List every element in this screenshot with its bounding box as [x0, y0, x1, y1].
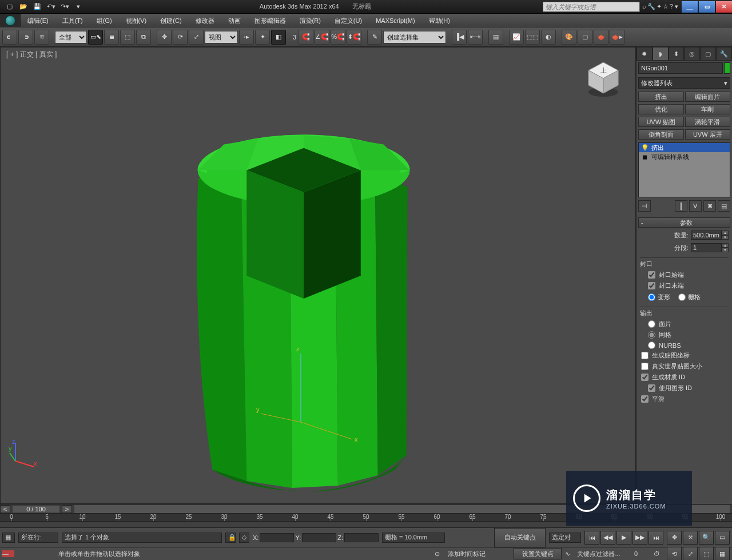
time-config-icon[interactable]: ⏱: [654, 550, 663, 557]
btn-turbosmooth[interactable]: 涡轮平滑: [685, 117, 731, 127]
menu-rendering[interactable]: 渲染(R): [293, 14, 328, 27]
menu-edit[interactable]: 编辑(E): [21, 14, 55, 27]
segments-spinner[interactable]: ▲▼: [722, 243, 729, 252]
zoom-extents-icon[interactable]: ⤢: [683, 547, 698, 560]
percent-snap-icon[interactable]: %🧲: [331, 30, 345, 45]
frame-indicator[interactable]: 0 / 100: [13, 506, 59, 513]
rollout-parameters[interactable]: -参数: [638, 217, 730, 228]
goto-start-icon[interactable]: ⏮: [584, 531, 599, 545]
add-time-tag[interactable]: 添加时间标记: [448, 550, 507, 558]
stack-item-extrude[interactable]: 💡挤出: [639, 143, 730, 152]
btn-uvw-map[interactable]: UVW 贴图: [638, 117, 684, 127]
gen-matid-checkbox[interactable]: [641, 374, 649, 381]
angle-snap-icon[interactable]: ∠🧲: [315, 30, 329, 45]
selection-filter-combo[interactable]: 选定对: [549, 533, 581, 543]
max-viewport-icon[interactable]: ▦: [715, 547, 730, 560]
btn-unwrap-uvw[interactable]: UVW 展开: [685, 129, 731, 140]
menu-animation[interactable]: 动画: [221, 14, 248, 27]
close-button[interactable]: ✕: [716, 1, 732, 13]
align-icon[interactable]: ⇤⇥: [468, 30, 483, 45]
key-filters-button[interactable]: 关键点过滤器...: [577, 550, 631, 558]
orbit-icon[interactable]: ⟲: [667, 547, 682, 560]
isolate-icon[interactable]: ◇: [239, 533, 249, 543]
favorite-icon[interactable]: ☆: [663, 3, 669, 10]
key-mode-icon[interactable]: ∿: [565, 550, 574, 558]
object-name-input[interactable]: [638, 62, 723, 74]
select-by-name-icon[interactable]: ≣: [104, 30, 119, 45]
pan-icon[interactable]: ✥: [667, 531, 682, 545]
snap-toggle-icon[interactable]: 🧲: [299, 30, 313, 45]
selection-filter-select[interactable]: 全部: [55, 31, 87, 43]
menu-graph-editors[interactable]: 图形编辑器: [248, 14, 293, 27]
amount-input[interactable]: [691, 231, 722, 240]
tab-motion[interactable]: ◎: [684, 47, 700, 61]
real-world-checkbox[interactable]: [641, 363, 649, 370]
btn-lathe[interactable]: 车削: [685, 104, 731, 114]
make-unique-icon[interactable]: ∀: [689, 200, 702, 212]
btn-bevel-profile[interactable]: 倒角剖面: [638, 129, 684, 140]
transform-gizmo[interactable]: z x y: [255, 342, 369, 458]
schematic-view-icon[interactable]: ⬚⬚: [525, 30, 540, 45]
next-key-icon[interactable]: ▶▶: [632, 531, 647, 545]
window-crossing-icon[interactable]: ⧉: [136, 30, 151, 45]
menu-create[interactable]: 创建(C): [153, 14, 188, 27]
btn-edit-patch[interactable]: 编辑面片: [685, 92, 731, 102]
goto-end-icon[interactable]: ⏭: [649, 531, 663, 545]
scale-icon[interactable]: ⤢: [189, 30, 204, 45]
spinner-snap-icon[interactable]: ⬍🧲: [347, 30, 361, 45]
minimize-button[interactable]: __: [682, 1, 698, 13]
material-editor-icon[interactable]: ◐: [541, 30, 556, 45]
auto-key-button[interactable]: 自动关键点: [494, 528, 546, 547]
menu-modifiers[interactable]: 修改器: [189, 14, 221, 27]
exchange-icon[interactable]: ✦: [657, 3, 662, 10]
prev-key-icon[interactable]: ◀◀: [600, 531, 615, 545]
set-key-button[interactable]: 设置关键点: [514, 548, 562, 559]
cap-end-checkbox[interactable]: [648, 282, 655, 289]
help-icon[interactable]: ? ▾: [670, 3, 678, 10]
btn-optimize[interactable]: 优化: [638, 104, 684, 114]
cap-start-checkbox[interactable]: [648, 271, 655, 279]
app-menu-button[interactable]: [0, 14, 21, 27]
pivot-center-icon[interactable]: ◦▸: [239, 30, 254, 45]
use-shapeid-checkbox[interactable]: [648, 384, 655, 392]
rect-region-icon[interactable]: ⬚: [120, 30, 135, 45]
amount-spinner[interactable]: ▲▼: [722, 231, 729, 240]
key-icon[interactable]: 🔧: [647, 3, 655, 10]
grid-radio[interactable]: [678, 293, 686, 301]
tab-create[interactable]: ✹: [636, 47, 653, 61]
current-frame-input[interactable]: 0: [634, 550, 650, 557]
curve-editor-icon[interactable]: 📈: [509, 30, 524, 45]
time-tag-icon[interactable]: ⊙: [435, 550, 444, 558]
patch-radio[interactable]: [648, 320, 655, 328]
modifier-list-dropdown[interactable]: 修改器列表▾: [638, 77, 730, 89]
tab-utilities[interactable]: 🔧: [716, 47, 732, 61]
script-rec-icon[interactable]: —: [2, 550, 14, 557]
search-icon[interactable]: ⌕: [642, 3, 646, 10]
show-end-result-icon[interactable]: ║: [675, 200, 687, 212]
edit-named-sel-icon[interactable]: ✎: [367, 30, 382, 45]
undo-icon[interactable]: ↶▾: [45, 1, 57, 13]
bind-spacewarp-icon[interactable]: ≋: [34, 30, 49, 45]
menu-views[interactable]: 视图(V): [119, 14, 154, 27]
menu-maxscript[interactable]: MAXScript(M): [369, 14, 421, 27]
menu-help[interactable]: 帮助(H): [422, 14, 457, 27]
maxscript-mini-listener-icon[interactable]: ▦: [2, 533, 15, 543]
play-icon[interactable]: ▶: [616, 531, 631, 545]
menu-group[interactable]: 组(G): [90, 14, 119, 27]
zoom-icon[interactable]: 🔍: [699, 531, 714, 545]
fov-icon[interactable]: ▭: [715, 531, 730, 545]
lock-selection-icon[interactable]: 🔒: [225, 533, 236, 543]
next-frame-button[interactable]: >: [62, 505, 72, 513]
redo-icon[interactable]: ↷▾: [58, 1, 71, 13]
gen-uv-checkbox[interactable]: [641, 352, 649, 359]
rotate-icon[interactable]: ⟳: [173, 30, 188, 45]
z-input[interactable]: [344, 533, 379, 542]
link-icon[interactable]: [2, 30, 17, 45]
x-input[interactable]: [260, 533, 294, 542]
qat-dropdown-icon[interactable]: ▾: [72, 1, 85, 13]
mirror-icon[interactable]: ▐◀: [452, 30, 467, 45]
named-selection-select[interactable]: 创建选择集: [383, 31, 446, 43]
save-icon[interactable]: 💾: [31, 1, 43, 13]
prev-frame-button[interactable]: <: [0, 505, 10, 513]
expand-icon[interactable]: ◼: [641, 153, 648, 161]
